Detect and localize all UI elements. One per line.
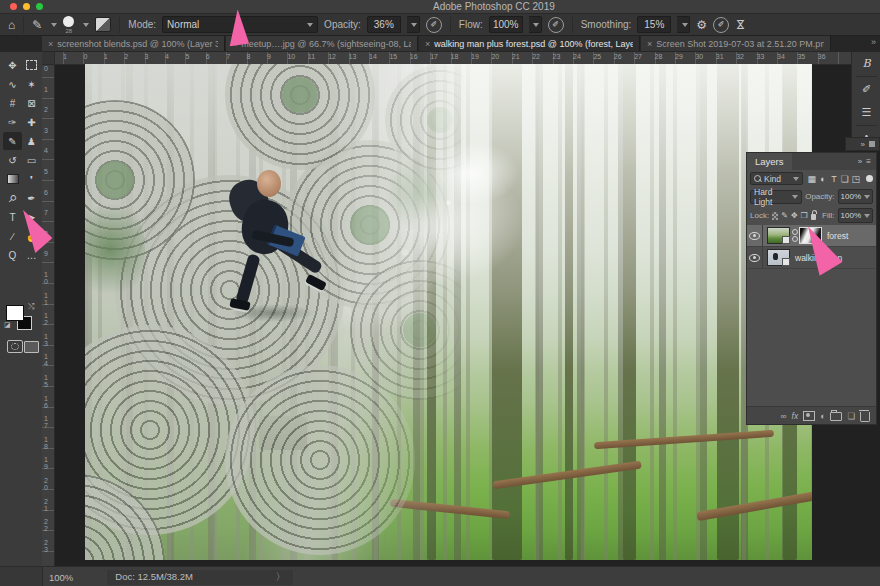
smoothing-options-gear-icon[interactable]: ⚙ [696,18,707,32]
layer-name[interactable]: forest [827,231,848,241]
document-size-status[interactable]: Doc: 12.5M/38.2M 〉 [107,570,293,585]
smoothing-dropdown-button[interactable] [677,16,690,33]
panel-collapse-bar[interactable]: » [845,137,880,151]
panel-menu-icon[interactable]: » ≡ [858,157,876,166]
filter-adjustment-layers-icon[interactable]: ◐ [817,174,828,184]
smoothing-input[interactable]: 15% [637,16,671,33]
layer-effects-icon[interactable]: fx [792,411,799,421]
magic-wand-tool[interactable]: ✶ [22,75,41,93]
filter-pixel-layers-icon[interactable]: ▦ [806,174,817,184]
type-tool[interactable]: T [3,208,22,226]
brush-settings-panel-icon[interactable]: ✐ [852,78,880,101]
close-icon[interactable]: × [647,39,652,49]
lasso-icon: ∿ [8,79,16,90]
lock-pixels-icon[interactable]: ✎ [781,211,788,220]
zoom-level-input[interactable]: 100% [49,572,73,583]
pressure-size-icon[interactable]: ✐ [713,17,729,33]
default-colors-icon[interactable]: ◪ [4,321,11,329]
brush-preset-picker[interactable]: 28 [63,16,74,34]
link-layers-icon[interactable]: ∞ [781,411,787,421]
filter-smart-objects-icon[interactable]: ◳ [850,174,861,184]
layer-fill-input[interactable]: 100% [838,208,873,223]
lock-transparency-icon[interactable] [772,212,778,220]
tab-walking-man-plus-forest[interactable]: × walking man plus forest.psd @ 100% (fo… [419,36,640,51]
chevron-down-icon[interactable] [51,23,57,27]
eyedropper-tool[interactable]: ✑ [3,113,22,131]
flow-input[interactable]: 100% [489,16,523,33]
smart-object-badge [782,236,790,244]
blur-tool[interactable]: ❜ [22,170,41,188]
toggle-brush-panel-icon[interactable] [95,17,111,32]
filter-kind-select[interactable]: Kind [750,172,803,185]
move-tool[interactable]: ✥ [3,56,22,74]
minimize-window-button[interactable] [23,3,30,10]
adjustment-layer-icon[interactable]: ◐ [820,411,825,421]
opacity-input[interactable]: 36% [367,16,401,33]
foreground-color-swatch[interactable] [6,305,24,321]
add-layer-mask-icon[interactable] [803,411,815,421]
lock-artboard-icon[interactable]: ❒ [801,211,808,220]
close-window-button[interactable] [10,3,17,10]
ruler-origin-corner[interactable] [42,52,55,65]
lock-position-icon[interactable]: ✥ [791,211,798,220]
close-icon[interactable]: × [48,39,53,49]
layer-opacity-input[interactable]: 100% [838,189,873,204]
tab-screen-shot[interactable]: × Screen Shot 2019-07-03 at 2.51.20 PM.p… [641,36,831,51]
eraser-tool[interactable]: ▭ [22,151,41,169]
healing-brush-tool[interactable]: ✚ [22,113,41,131]
document-canvas[interactable] [85,64,812,560]
zoom-tool[interactable]: Q [3,246,22,264]
home-icon[interactable]: ⌂ [8,19,15,31]
zoom-window-button[interactable] [36,3,43,10]
layer-thumbnail[interactable] [767,249,790,266]
filter-shape-layers-icon[interactable]: ❏ [839,174,850,184]
crop-tool[interactable]: # [3,94,22,112]
screen-mode-icon[interactable] [24,341,39,353]
pressure-opacity-icon[interactable]: ✐ [426,17,442,33]
line-tool[interactable]: ∕ [3,227,22,245]
clone-stamp-tool[interactable]: ♟ [22,132,41,150]
collapse-panels-icon[interactable]: » [861,140,865,149]
visibility-toggle[interactable] [747,247,763,268]
gradient-tool[interactable] [3,170,22,188]
brush-tool[interactable]: ✎ [3,132,22,150]
layer-blend-mode-select[interactable]: Hard Light [750,190,802,204]
history-brush-tool[interactable]: ↺ [3,151,22,169]
properties-panel-icon[interactable]: ☰ [852,101,880,124]
filtering-toggle-icon[interactable] [866,175,873,182]
marquee-tool[interactable] [22,56,41,74]
pen-tool[interactable]: ✒ [22,189,41,207]
airbrush-icon[interactable]: ✐ [548,17,564,33]
paint-symmetry-icon[interactable]: ⋈ [734,19,747,30]
brushes-panel-icon[interactable]: B [852,52,880,75]
frame-tool[interactable]: ⊠ [22,94,41,112]
lock-all-icon[interactable] [811,214,816,220]
new-group-icon[interactable] [830,412,842,421]
layers-panel-tab[interactable]: Layers [747,153,792,170]
dodge-tool[interactable]: ⚲ [3,189,22,207]
layer-thumbnail[interactable] [767,227,790,244]
color-swatches[interactable]: ⤭ ◪ [6,305,36,333]
tab-meetup[interactable]: × meetup….jpg @ 66.7% (sightseeing-08, L… [226,36,418,51]
new-layer-icon[interactable]: ❏ [847,411,855,421]
line-icon: ∕ [12,231,14,242]
opacity-dropdown-button[interactable] [407,16,420,33]
visibility-toggle[interactable] [747,225,763,246]
mask-link-icon[interactable] [792,229,797,242]
quick-mask-icon[interactable] [7,340,23,353]
ruler-tick-label: 3 [145,53,149,60]
chevron-down-icon[interactable] [83,23,89,27]
tab-screenshot-blends[interactable]: × screenshot blends.psd @ 100% (Layer 3,… [42,36,225,51]
lasso-tool[interactable]: ∿ [3,75,22,93]
type-icon: T [9,212,15,223]
brush-tool-icon[interactable]: ✎ [32,19,42,31]
swap-colors-icon[interactable]: ⤭ [28,302,34,312]
vertical-ruler[interactable]: 01234567891011121314151617181920212223 [42,52,55,566]
ruler-tick-label: 30 [695,53,703,60]
tab-overflow-icon[interactable]: » [871,37,876,47]
close-icon[interactable]: × [425,39,430,49]
layer-row-walking-man[interactable]: walking man [747,247,876,269]
flow-dropdown-button[interactable] [529,16,542,33]
delete-layer-icon[interactable] [860,412,870,422]
filter-type-layers-icon[interactable]: T [828,174,839,184]
